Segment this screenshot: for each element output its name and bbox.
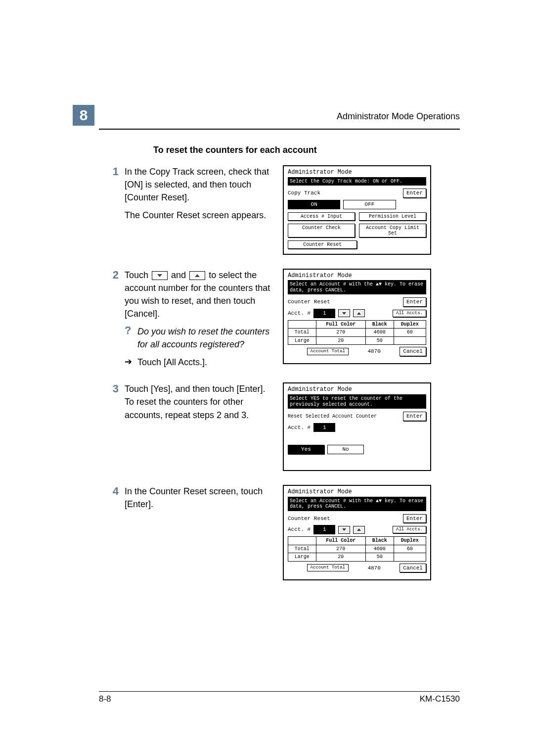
step-number: 3	[99, 382, 125, 395]
all-accts-button[interactable]: All Accts.	[393, 310, 426, 317]
step-text: In the Copy Track screen, check that [ON…	[125, 165, 273, 204]
screenshot-copy-track: Administrator Mode Select the Copy Track…	[283, 165, 431, 255]
acct-up-button[interactable]	[353, 309, 365, 317]
permission-level-button[interactable]: Permission Level	[359, 212, 426, 221]
counter-table: Full Color Black Duplex Total 270 4600 6…	[288, 536, 426, 562]
down-arrow-icon	[152, 271, 168, 280]
panel-title: Administrator Mode	[288, 489, 426, 496]
enter-button[interactable]: Enter	[403, 514, 426, 523]
table-row: Large 20 50	[288, 553, 426, 562]
account-total-value: 4870	[367, 565, 380, 571]
panel-message: Select an Account # with the ▲▼ key. To …	[288, 280, 426, 294]
enter-button[interactable]: Enter	[403, 297, 426, 307]
step-2: 2 Touch and to select the account number…	[99, 269, 462, 369]
cancel-button[interactable]: Cancel	[400, 347, 426, 356]
step-text: In the Counter Reset screen, touch [Ente…	[125, 485, 273, 511]
counter-table: Full Color Black Duplex Total 270 4600 6…	[288, 320, 426, 345]
panel-title: Administrator Mode	[288, 386, 426, 393]
step-3: 3 Touch [Yes], and then touch [Enter]. T…	[99, 382, 462, 471]
header-rule	[99, 129, 460, 130]
off-button[interactable]: OFF	[343, 200, 396, 209]
panel-message: Select the Copy Track mode: ON or OFF.	[288, 177, 426, 186]
panel-message: Select an Account # with the ▲▼ key. To …	[288, 497, 426, 511]
acct-number-display: 1	[313, 309, 335, 318]
table-row: Total 270 4600 60	[288, 545, 426, 553]
screenshot-counter-reset-final: Administrator Mode Select an Account # w…	[283, 485, 431, 580]
chapter-number-badge: 8	[73, 105, 94, 126]
screenshot-counter-reset: Administrator Mode Select an Account # w…	[283, 269, 431, 364]
step-number: 1	[99, 165, 125, 178]
cancel-button[interactable]: Cancel	[400, 564, 426, 573]
table-row: Total 270 4600 60	[288, 329, 426, 337]
acct-number-display: 1	[313, 423, 335, 432]
table-row: Large 20 50	[288, 336, 426, 345]
acct-label: Acct. #	[288, 310, 311, 317]
step-text: Touch and to select the account number f…	[125, 269, 273, 320]
question-mark-icon: ?	[125, 325, 137, 336]
model-name: KM-C1530	[420, 693, 460, 706]
arrow-icon: ➔	[125, 356, 137, 368]
enter-button[interactable]: Enter	[403, 412, 426, 421]
account-total-button[interactable]: Account Total	[307, 348, 349, 355]
account-total-value: 4870	[367, 348, 380, 355]
copy-limit-button[interactable]: Account Copy Limit Set	[359, 224, 426, 237]
acct-down-button[interactable]	[338, 526, 350, 534]
acct-down-button[interactable]	[338, 309, 350, 317]
no-button[interactable]: No	[327, 445, 364, 454]
on-button[interactable]: ON	[288, 200, 340, 209]
screenshot-reset-confirm: Administrator Mode Select YES to reset t…	[283, 382, 431, 471]
panel-message: Select YES to reset the counter of the p…	[288, 394, 426, 409]
acct-label: Acct. #	[288, 526, 311, 533]
answer-text: Touch [All Accts.].	[137, 356, 273, 369]
yes-button[interactable]: Yes	[288, 445, 324, 454]
counter-reset-label: Counter Reset	[288, 516, 330, 522]
acct-number-display: 1	[313, 525, 335, 534]
access-input-button[interactable]: Access # Input	[288, 212, 355, 221]
copy-track-label: Copy Track	[288, 190, 320, 196]
panel-title: Administrator Mode	[288, 273, 426, 280]
all-accts-button[interactable]: All Accts.	[393, 526, 426, 533]
counter-check-button[interactable]: Counter Check	[288, 224, 355, 237]
counter-reset-label: Counter Reset	[288, 299, 330, 305]
subtitle: Reset Selected Account Counter	[288, 414, 377, 420]
step-number: 4	[99, 485, 125, 498]
footer-rule	[99, 691, 460, 692]
question-text: Do you wish to reset the counters for al…	[137, 325, 273, 351]
up-arrow-icon	[189, 271, 205, 280]
page-number: 8-8	[99, 693, 111, 706]
section-heading: To reset the counters for each account	[153, 143, 462, 156]
acct-label: Acct. #	[288, 425, 311, 431]
step-text: The Counter Reset screen appears.	[125, 209, 273, 222]
counter-reset-button[interactable]: Counter Reset	[288, 240, 357, 249]
panel-title: Administrator Mode	[288, 169, 426, 176]
step-number: 2	[99, 269, 125, 282]
step-text: Touch [Yes], and then touch [Enter]. To …	[125, 382, 273, 421]
enter-button[interactable]: Enter	[403, 189, 426, 198]
account-total-button[interactable]: Account Total	[307, 564, 349, 571]
chapter-title: Administrator Mode Operations	[337, 110, 460, 123]
acct-up-button[interactable]	[353, 526, 365, 534]
step-4: 4 In the Counter Reset screen, touch [En…	[99, 485, 462, 580]
step-1: 1 In the Copy Track screen, check that […	[99, 165, 462, 255]
